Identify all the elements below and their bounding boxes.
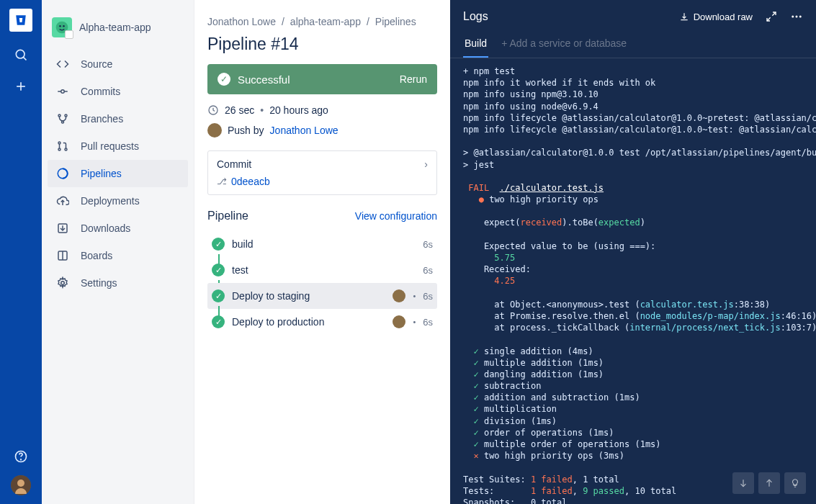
sidebar-label: Commits <box>81 86 120 97</box>
push-by-label: Push by <box>228 125 264 136</box>
step-label: Deploy to production <box>232 316 385 328</box>
pipeline-step[interactable]: ✓ Deploy to staging • 6s <box>207 283 437 309</box>
clock-icon <box>207 104 219 116</box>
rerun-button[interactable]: Rerun <box>400 73 427 85</box>
svg-point-15 <box>65 114 67 117</box>
sidebar-item-deployments[interactable]: Deployments <box>48 187 188 215</box>
step-user-avatar <box>393 315 405 328</box>
download-icon <box>55 220 71 236</box>
svg-point-17 <box>58 148 60 150</box>
sidebar-item-downloads[interactable]: Downloads <box>48 215 188 242</box>
gear-icon <box>55 275 71 291</box>
sidebar-label: Branches <box>81 113 123 125</box>
svg-line-30 <box>772 12 776 16</box>
svg-point-19 <box>65 148 67 150</box>
push-info: Push by Jonathon Lowe <box>207 123 437 138</box>
sidebar-item-pipelines[interactable]: Pipelines <box>48 160 188 187</box>
author-avatar <box>207 123 222 138</box>
board-icon <box>55 248 71 264</box>
repo-name: Alpha-team-app <box>79 22 151 33</box>
logs-title: Logs <box>463 10 488 23</box>
code-icon <box>55 56 71 72</box>
pipeline-section-title: Pipeline <box>207 210 248 222</box>
time-ago: 20 hours ago <box>269 104 328 116</box>
sidebar-label: Settings <box>81 277 117 289</box>
tab-build[interactable]: Build <box>463 30 488 58</box>
sidebar-item-source[interactable]: Source <box>48 50 188 78</box>
branch-icon <box>55 111 71 127</box>
view-configuration-link[interactable]: View configuration <box>355 210 437 222</box>
bitbucket-logo[interactable] <box>9 9 32 32</box>
svg-line-1 <box>23 57 26 60</box>
svg-point-26 <box>61 282 65 285</box>
sidebar-item-settings[interactable]: Settings <box>48 269 188 297</box>
step-label: build <box>232 238 416 250</box>
svg-point-33 <box>796 16 798 18</box>
breadcrumb-repo[interactable]: alpha-team-app <box>290 16 361 27</box>
pipeline-steps: ✓ build 6s ✓ test 6s ✓ Deploy to staging… <box>207 231 437 335</box>
svg-point-34 <box>799 16 802 18</box>
commit-icon <box>55 84 71 99</box>
author-link[interactable]: Jonathon Lowe <box>270 125 338 136</box>
download-label: Download raw <box>694 12 753 22</box>
scroll-down-button[interactable] <box>732 472 754 494</box>
pipeline-step[interactable]: ✓ test 6s <box>207 257 437 283</box>
svg-point-11 <box>61 90 65 94</box>
svg-point-18 <box>58 142 60 144</box>
svg-point-9 <box>59 25 61 27</box>
commit-hash-icon: ⎇ <box>217 176 227 186</box>
sidebar-label: Source <box>81 58 112 70</box>
svg-point-32 <box>792 16 794 18</box>
breadcrumb: Jonathon Lowe / alpha-team-app / Pipelin… <box>207 16 437 27</box>
expand-icon[interactable] <box>766 11 777 22</box>
separator-dot: • <box>413 318 416 326</box>
page-title: Pipeline #14 <box>207 35 437 54</box>
add-service-button[interactable]: + Add a service or database <box>500 30 628 58</box>
search-icon[interactable] <box>12 46 30 63</box>
step-duration: 6s <box>423 239 433 250</box>
step-user-avatar <box>393 289 405 302</box>
pipeline-step[interactable]: ✓ build 6s <box>207 231 437 257</box>
step-success-icon: ✓ <box>212 315 225 328</box>
sidebar-item-boards[interactable]: Boards <box>48 242 188 269</box>
pull-request-icon <box>55 138 71 154</box>
step-duration: 6s <box>423 265 433 276</box>
step-label: Deploy to staging <box>232 290 385 302</box>
help-icon[interactable] <box>12 448 30 465</box>
commit-hash[interactable]: 0deeacb <box>231 176 270 187</box>
svg-line-31 <box>767 17 771 21</box>
step-success-icon: ✓ <box>212 264 225 276</box>
separator: / <box>282 16 284 27</box>
svg-point-14 <box>58 114 60 117</box>
pipeline-detail-pane: Jonathon Lowe / alpha-team-app / Pipelin… <box>194 0 450 504</box>
step-label: test <box>232 264 416 276</box>
svg-point-8 <box>56 22 68 34</box>
scroll-up-button[interactable] <box>758 472 780 494</box>
commit-heading: Commit <box>217 158 251 170</box>
more-icon[interactable] <box>790 10 803 23</box>
hint-bulb-button[interactable] <box>784 472 806 494</box>
sidebar-item-commits[interactable]: Commits <box>48 78 188 105</box>
sidebar-item-branches[interactable]: Branches <box>48 105 188 132</box>
download-raw-button[interactable]: Download raw <box>679 12 753 22</box>
logs-output[interactable]: + npm test npm info it worked if it ends… <box>450 58 816 504</box>
breadcrumb-user[interactable]: Jonathon Lowe <box>207 16 276 27</box>
create-icon[interactable] <box>12 78 30 95</box>
success-check-icon: ✓ <box>218 73 230 86</box>
status-bar: ✓ Successful Rerun <box>207 64 437 94</box>
user-avatar[interactable] <box>11 475 31 495</box>
svg-point-5 <box>21 459 22 460</box>
separator-dot: • <box>413 292 416 300</box>
commit-header[interactable]: Commit › <box>217 158 428 170</box>
breadcrumb-section[interactable]: Pipelines <box>375 16 416 27</box>
sidebar-label: Pull requests <box>81 140 139 152</box>
pipeline-step[interactable]: ✓ Deploy to production • 6s <box>207 309 437 335</box>
step-success-icon: ✓ <box>212 238 225 251</box>
cloud-upload-icon <box>55 193 71 209</box>
repo-header[interactable]: Alpha-team-app <box>42 13 194 50</box>
sidebar-label: Deployments <box>81 195 140 207</box>
sidebar-item-pull-requests[interactable]: Pull requests <box>48 132 188 160</box>
svg-point-7 <box>17 480 24 487</box>
svg-point-0 <box>16 50 24 58</box>
pipeline-meta: 26 sec • 20 hours ago <box>207 104 437 116</box>
